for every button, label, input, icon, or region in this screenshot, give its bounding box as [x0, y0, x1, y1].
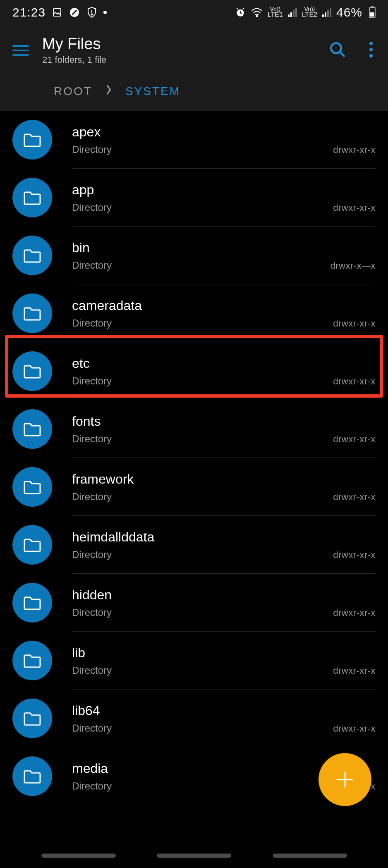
- add-fab-button[interactable]: [319, 753, 371, 806]
- file-list[interactable]: apexDirectorydrwxr-xr-xappDirectorydrwxr…: [0, 111, 388, 805]
- file-name: lib: [72, 645, 376, 661]
- sim1-lte-icon: Vo))LTE1: [268, 7, 283, 17]
- title-block: My Files 21 folders, 1 file: [42, 35, 329, 65]
- shield-icon: [86, 7, 98, 18]
- breadcrumb-current[interactable]: SYSTEM: [125, 85, 180, 98]
- file-permissions: drwxr-xr-x: [333, 376, 376, 387]
- file-name: framework: [72, 472, 376, 487]
- file-info: binDirectorydrwxr-x—x: [72, 240, 376, 271]
- file-type: Directory: [72, 723, 112, 734]
- file-row[interactable]: fontsDirectorydrwxr-xr-x: [0, 400, 388, 458]
- file-permissions: drwxr-xr-x: [333, 318, 376, 329]
- file-name: hidden: [72, 587, 376, 603]
- app-bar: My Files 21 folders, 1 file: [0, 25, 388, 76]
- file-info: apexDirectorydrwxr-xr-x: [72, 124, 376, 155]
- file-info: frameworkDirectorydrwxr-xr-x: [72, 472, 376, 503]
- file-name: heimdallddata: [72, 529, 376, 545]
- file-name: apex: [72, 124, 376, 140]
- app-subtitle: 21 folders, 1 file: [42, 55, 329, 65]
- system-nav-bar: [0, 843, 388, 868]
- menu-button[interactable]: [12, 45, 29, 56]
- file-type: Directory: [72, 317, 112, 329]
- file-row[interactable]: lib64Directorydrwxr-xr-x: [0, 689, 388, 747]
- file-permissions: drwxr-xr-x: [333, 608, 376, 618]
- svg-line-8: [340, 52, 344, 56]
- image-icon: [51, 7, 63, 18]
- file-type: Directory: [72, 549, 112, 560]
- folder-icon: [12, 409, 52, 449]
- folder-icon: [12, 583, 52, 622]
- file-type: Directory: [72, 260, 112, 271]
- clock: 21:23: [12, 5, 46, 19]
- folder-icon: [12, 699, 52, 738]
- file-type: Directory: [72, 607, 112, 618]
- file-permissions: drwxr-xr-x: [333, 550, 376, 560]
- file-info: etcDirectorydrwxr-xr-x: [72, 356, 376, 387]
- breadcrumb-root[interactable]: ROOT: [54, 85, 92, 98]
- folder-icon: [12, 525, 52, 565]
- nav-home-button[interactable]: [157, 854, 231, 858]
- file-permissions: drwxr-xr-x: [333, 145, 376, 155]
- file-permissions: drwxr-xr-x: [333, 492, 376, 503]
- folder-icon: [12, 641, 52, 680]
- file-name: cameradata: [72, 298, 376, 313]
- folder-icon: [12, 467, 52, 507]
- file-info: cameradataDirectorydrwxr-xr-x: [72, 298, 376, 329]
- file-type: Directory: [72, 780, 112, 792]
- file-row[interactable]: etcDirectorydrwxr-xr-x: [0, 342, 388, 400]
- folder-icon: [12, 178, 52, 217]
- folder-icon: [12, 120, 52, 160]
- status-left: 21:23: [12, 5, 107, 19]
- file-type: Directory: [72, 144, 112, 155]
- file-row[interactable]: cameradataDirectorydrwxr-xr-x: [0, 284, 388, 342]
- file-name: bin: [72, 240, 376, 255]
- file-row[interactable]: binDirectorydrwxr-x—x: [0, 227, 388, 284]
- file-row[interactable]: appDirectorydrwxr-xr-x: [0, 169, 388, 227]
- alarm-icon: [235, 7, 246, 18]
- svg-rect-0: [53, 9, 61, 16]
- svg-point-10: [369, 48, 373, 51]
- more-options-button[interactable]: [369, 41, 373, 60]
- sim2-lte-icon: Vo))LTE2: [302, 7, 317, 17]
- breadcrumb: ROOT SYSTEM: [0, 76, 388, 111]
- wifi-icon: [251, 7, 263, 18]
- file-info: libDirectorydrwxr-xr-x: [72, 645, 376, 676]
- nav-back-button[interactable]: [273, 854, 347, 858]
- file-row[interactable]: heimdallddataDirectorydrwxr-xr-x: [0, 516, 388, 574]
- file-row[interactable]: frameworkDirectorydrwxr-xr-x: [0, 458, 388, 516]
- nav-recents-button[interactable]: [41, 854, 116, 858]
- folder-icon: [12, 756, 52, 796]
- file-info: fontsDirectorydrwxr-xr-x: [72, 414, 376, 445]
- file-permissions: drwxr-xr-x: [333, 665, 376, 676]
- file-permissions: drwxr-xr-x: [333, 434, 376, 445]
- notification-dot-icon: [103, 11, 107, 14]
- folder-icon: [12, 351, 52, 391]
- svg-point-6: [256, 16, 257, 17]
- file-type: Directory: [72, 491, 112, 503]
- file-row[interactable]: apexDirectorydrwxr-xr-x: [0, 111, 388, 169]
- file-info: heimdallddataDirectorydrwxr-xr-x: [72, 529, 376, 560]
- file-permissions: drwxr-xr-x: [333, 723, 376, 734]
- dnd-icon: [69, 7, 80, 18]
- battery-icon: [369, 7, 376, 18]
- file-type: Directory: [72, 202, 112, 213]
- folder-icon: [12, 236, 52, 275]
- svg-point-4: [91, 14, 93, 15]
- file-row[interactable]: hiddenDirectorydrwxr-xr-x: [0, 574, 388, 632]
- battery-percent: 46%: [336, 5, 362, 19]
- file-row[interactable]: libDirectorydrwxr-xr-x: [0, 632, 388, 689]
- chevron-right-icon: [106, 84, 112, 98]
- file-name: lib64: [72, 703, 376, 718]
- file-name: etc: [72, 356, 376, 371]
- file-name: fonts: [72, 414, 376, 429]
- file-permissions: drwxr-x—x: [330, 260, 376, 271]
- file-info: lib64Directorydrwxr-xr-x: [72, 703, 376, 734]
- file-type: Directory: [72, 433, 112, 445]
- svg-point-9: [369, 42, 373, 45]
- file-info: appDirectorydrwxr-xr-x: [72, 182, 376, 213]
- svg-point-11: [369, 54, 373, 57]
- app-title: My Files: [42, 35, 329, 53]
- search-button[interactable]: [329, 41, 346, 60]
- status-bar: 21:23 Vo))LTE1 Vo))LTE2 46%: [0, 0, 388, 25]
- file-info: hiddenDirectorydrwxr-xr-x: [72, 587, 376, 618]
